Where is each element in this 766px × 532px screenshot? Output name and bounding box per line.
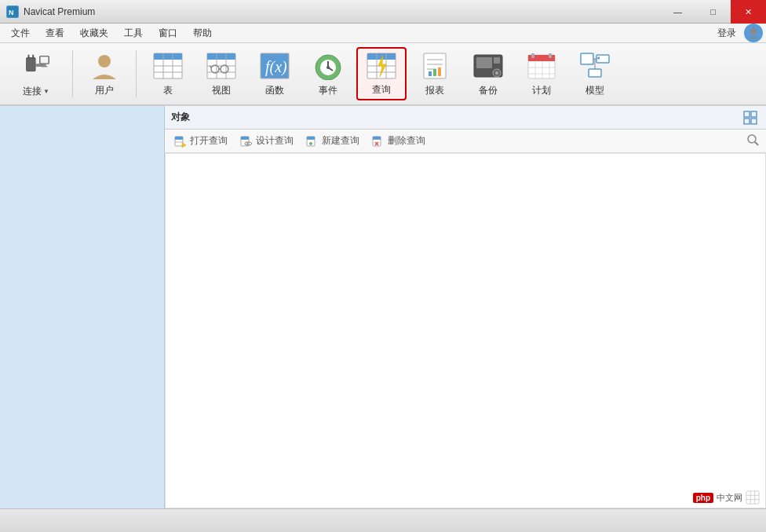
object-toolbar: 对象: [165, 106, 766, 129]
svg-rect-5: [32, 54, 34, 59]
event-button[interactable]: 事件: [303, 47, 353, 100]
backup-icon: [472, 50, 504, 81]
status-bar: [0, 508, 766, 532]
schedule-label: 计划: [532, 84, 551, 97]
model-button[interactable]: 模型: [570, 47, 620, 100]
svg-rect-46: [438, 67, 441, 76]
report-label: 报表: [425, 84, 444, 97]
svg-point-33: [326, 66, 330, 69]
login-button[interactable]: 登录: [709, 25, 744, 42]
svg-rect-49: [494, 57, 500, 64]
delete-query-label: 删除查询: [388, 134, 425, 148]
menu-window[interactable]: 窗口: [151, 24, 185, 42]
close-button[interactable]: ✕: [731, 0, 766, 24]
table-button[interactable]: 表: [143, 47, 193, 100]
content-area: [165, 153, 766, 508]
left-panel: [0, 106, 165, 508]
svg-rect-67: [744, 111, 750, 117]
svg-rect-72: [175, 137, 183, 140]
design-query-icon: [240, 135, 253, 148]
object-label: 对象: [171, 111, 741, 124]
svg-rect-7: [40, 56, 49, 64]
user-button[interactable]: 用户: [79, 47, 129, 100]
query-icon: [366, 52, 397, 80]
user-label: 用户: [95, 84, 114, 97]
svg-rect-88: [746, 491, 759, 504]
open-query-icon: [174, 135, 187, 148]
site-text: 中文网: [717, 492, 742, 504]
toolbar-separator-1: [72, 50, 73, 97]
backup-label: 备份: [479, 84, 498, 97]
menu-bar: 文件 查看 收藏夹 工具 窗口 帮助 登录: [0, 24, 766, 43]
maximize-button[interactable]: □: [695, 0, 731, 24]
design-query-button[interactable]: 设计查询: [237, 133, 297, 149]
watermark: php 中文网: [693, 490, 760, 505]
menu-view[interactable]: 查看: [38, 24, 72, 42]
svg-rect-68: [751, 111, 757, 117]
function-button[interactable]: f(x) 函数: [250, 47, 300, 100]
report-icon: [419, 50, 450, 81]
function-icon: f(x): [259, 50, 290, 81]
table-icon: [152, 50, 184, 81]
menu-help[interactable]: 帮助: [185, 24, 220, 42]
svg-rect-9: [42, 66, 48, 67]
menu-tools[interactable]: 工具: [116, 24, 151, 42]
svg-rect-83: [373, 137, 381, 140]
main-area: 对象: [0, 106, 766, 508]
grid-icon: [746, 490, 760, 505]
connect-button[interactable]: 连接 ▼: [6, 47, 66, 100]
new-query-icon: [306, 135, 319, 148]
event-label: 事件: [319, 84, 337, 97]
new-query-label: 新建查询: [322, 134, 359, 148]
schedule-button[interactable]: 计划: [516, 47, 567, 100]
backup-button[interactable]: 备份: [463, 47, 513, 100]
svg-rect-44: [429, 71, 432, 76]
title-bar: N Navicat Premium — □ ✕: [0, 0, 766, 24]
report-button[interactable]: 报表: [410, 47, 460, 100]
view-label: 视图: [212, 84, 231, 97]
svg-marker-74: [182, 143, 186, 148]
svg-point-51: [495, 71, 498, 75]
svg-rect-8: [43, 64, 46, 66]
toolbar-separator-2: [136, 50, 137, 97]
svg-rect-12: [154, 53, 182, 60]
menu-file[interactable]: 文件: [3, 24, 38, 42]
design-query-label: 设计查询: [256, 134, 294, 148]
svg-rect-3: [27, 57, 35, 71]
view-button[interactable]: 视图: [196, 47, 246, 100]
title-controls: — □ ✕: [660, 0, 766, 24]
svg-rect-63: [589, 69, 601, 77]
view-icon: [206, 50, 237, 81]
svg-rect-18: [207, 53, 235, 60]
svg-line-87: [755, 142, 758, 145]
toolbar: 连接 ▼ 用户 表: [0, 43, 766, 106]
open-query-button[interactable]: 打开查询: [171, 133, 231, 149]
event-icon: [312, 50, 344, 81]
svg-rect-60: [549, 53, 552, 58]
svg-rect-48: [476, 57, 492, 68]
svg-rect-59: [531, 53, 534, 58]
right-panel: 对象: [165, 106, 766, 508]
minimize-button[interactable]: —: [660, 0, 695, 24]
menu-favorites[interactable]: 收藏夹: [72, 24, 116, 42]
object-expand-button[interactable]: [741, 108, 760, 127]
svg-rect-76: [241, 137, 249, 140]
title-text: Navicat Premium: [24, 6, 95, 17]
connect-dropdown-arrow[interactable]: ▼: [43, 88, 49, 95]
function-label: 函数: [265, 84, 284, 97]
svg-point-2: [750, 28, 757, 35]
svg-point-10: [98, 55, 111, 67]
model-icon: [579, 50, 611, 81]
connect-label: 连接: [23, 85, 42, 98]
new-query-button[interactable]: 新建查询: [303, 133, 363, 149]
search-button[interactable]: [746, 133, 760, 149]
svg-rect-70: [751, 118, 757, 124]
user-avatar[interactable]: [744, 24, 763, 42]
svg-rect-45: [433, 69, 436, 76]
delete-query-button[interactable]: 删除查询: [369, 133, 429, 149]
delete-query-icon: [372, 135, 385, 148]
svg-text:f(x): f(x): [265, 58, 287, 76]
action-toolbar: 打开查询 设计查询: [165, 129, 766, 153]
query-button[interactable]: 查询: [356, 47, 407, 100]
app-icon: N: [6, 5, 19, 18]
